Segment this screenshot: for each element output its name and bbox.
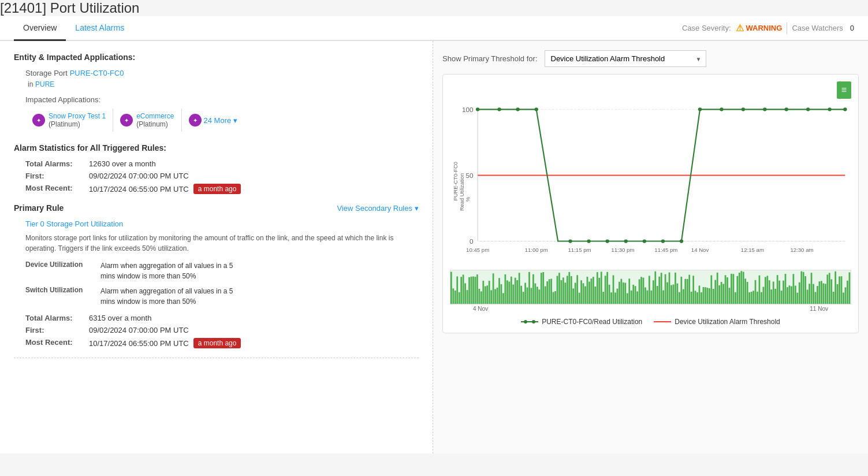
svg-rect-79 <box>528 272 530 304</box>
tab-latest-alarms[interactable]: Latest Alarms <box>66 16 133 41</box>
app-chip-1[interactable]: ✦ eCommerce (Platinum) <box>113 109 181 132</box>
svg-rect-184 <box>739 273 740 304</box>
svg-rect-173 <box>717 273 718 304</box>
right-panel: Show Primary Threshold for: Device Utili… <box>433 41 868 453</box>
rule-detail-0: Device Utilization Alarm when aggregatio… <box>25 261 419 281</box>
svg-text:10:45 pm: 10:45 pm <box>466 247 489 253</box>
threshold-select[interactable]: Device Utilization Alarm Threshold Switc… <box>545 50 706 67</box>
svg-rect-187 <box>744 278 746 304</box>
secondary-chevron: ▾ <box>415 204 419 213</box>
svg-rect-74 <box>519 273 520 304</box>
svg-rect-183 <box>736 276 738 304</box>
svg-rect-53 <box>476 274 478 304</box>
rule-stat-label-2: Most Recent: <box>25 338 89 348</box>
svg-rect-182 <box>735 292 736 304</box>
svg-rect-104 <box>579 293 580 304</box>
svg-rect-222 <box>815 292 817 304</box>
svg-rect-55 <box>480 291 482 304</box>
svg-rect-149 <box>669 273 670 304</box>
svg-rect-225 <box>821 281 822 304</box>
svg-rect-172 <box>714 280 716 304</box>
svg-rect-168 <box>707 288 709 304</box>
svg-rect-150 <box>670 285 672 304</box>
warning-label: WARNING <box>746 24 783 32</box>
svg-rect-238 <box>847 281 848 304</box>
svg-rect-40 <box>450 272 452 304</box>
svg-point-12 <box>534 107 538 111</box>
svg-rect-67 <box>505 274 506 304</box>
svg-rect-194 <box>759 276 761 304</box>
rule-stat-row-0: Total Alarms: 6315 over a month <box>25 314 419 322</box>
svg-rect-60 <box>490 290 492 304</box>
rule-stat-label-0: Total Alarms: <box>25 314 89 322</box>
svg-rect-140 <box>651 291 653 304</box>
svg-rect-158 <box>687 279 688 304</box>
svg-rect-146 <box>662 291 664 304</box>
more-label: 24 More <box>204 116 232 125</box>
storage-port-link[interactable]: PURE-CT0-FC0 <box>70 69 124 77</box>
svg-point-21 <box>843 107 847 111</box>
svg-rect-196 <box>763 287 765 304</box>
svg-rect-221 <box>813 284 814 304</box>
svg-rect-45 <box>460 277 462 304</box>
svg-rect-229 <box>829 273 830 304</box>
time-badge-2: a month ago <box>193 184 241 194</box>
svg-point-10 <box>497 107 501 111</box>
rule-stat-value-1: 09/02/2024 07:00:00 PM UTC <box>89 326 189 334</box>
svg-rect-218 <box>807 290 809 304</box>
tabs-right: Case Severity: ⚠ WARNING Case Watchers 0 <box>682 23 854 34</box>
svg-rect-90 <box>550 279 552 304</box>
svg-rect-123 <box>617 289 619 304</box>
svg-rect-96 <box>562 277 564 304</box>
pure-link[interactable]: PURE <box>35 80 54 88</box>
svg-rect-137 <box>645 288 646 304</box>
more-icon: ✦ <box>189 114 202 127</box>
stat-row-0: Total Alarms: 12630 over a month <box>25 159 419 168</box>
svg-rect-114 <box>598 278 600 304</box>
storage-port-label: Storage Port PURE-CT0-FC0 <box>25 69 419 77</box>
app-tier-0: (Platinum) <box>49 120 106 128</box>
svg-rect-105 <box>580 280 582 304</box>
stat-value-2: 10/17/2024 06:55:00 PM UTC a month ago <box>89 184 241 194</box>
svg-rect-169 <box>709 288 710 304</box>
page-header: [21401] Port Utilization <box>0 0 868 16</box>
rule-detail-label-1: Switch Utilization <box>25 286 100 307</box>
rule-time-badge: a month ago <box>193 338 241 348</box>
svg-text:PURE-CT0-FC0: PURE-CT0-FC0 <box>452 162 459 200</box>
svg-rect-128 <box>627 293 628 304</box>
app-chip-0[interactable]: ✦ Snow Proxy Test 1 (Platinum) <box>25 109 113 132</box>
chart-menu-button[interactable]: ≡ <box>837 81 851 99</box>
svg-rect-235 <box>841 276 843 304</box>
more-chip[interactable]: ✦ 24 More ▾ <box>182 110 245 130</box>
chart-legend: PURE-CT0-FC0/Read Utilization Device Uti… <box>450 318 851 326</box>
svg-rect-109 <box>588 282 590 304</box>
svg-point-23 <box>587 239 590 243</box>
svg-rect-94 <box>558 273 560 304</box>
svg-text:11:30 pm: 11:30 pm <box>611 247 634 253</box>
svg-rect-83 <box>537 287 538 304</box>
view-secondary-link[interactable]: View Secondary Rules ▾ <box>337 204 419 213</box>
svg-rect-93 <box>557 276 558 304</box>
svg-rect-141 <box>653 280 654 304</box>
svg-rect-232 <box>835 272 836 304</box>
legend-label-1: Device Utilization Alarm Threshold <box>675 318 780 326</box>
case-watchers-count: 0 <box>850 24 854 32</box>
svg-rect-144 <box>658 277 660 304</box>
mini-chart <box>450 270 851 304</box>
svg-point-14 <box>698 107 702 111</box>
svg-rect-122 <box>614 292 616 304</box>
tab-overview[interactable]: Overview <box>14 16 66 41</box>
svg-rect-68 <box>506 280 508 304</box>
svg-point-19 <box>806 107 810 111</box>
svg-rect-191 <box>752 291 754 304</box>
rule-name[interactable]: Tier 0 Storage Port Utilization <box>25 220 419 228</box>
in-label: in <box>28 80 33 88</box>
legend-line-svg-0 <box>521 318 538 325</box>
chart-area: ≡ 100 50 0 <box>442 74 859 333</box>
tabs-bar: Overview Latest Alarms Case Severity: ⚠ … <box>0 16 868 41</box>
svg-rect-92 <box>554 291 556 304</box>
svg-rect-124 <box>619 282 620 304</box>
svg-text:12:15 am: 12:15 am <box>741 247 764 253</box>
svg-rect-78 <box>527 288 528 304</box>
svg-rect-75 <box>520 286 522 304</box>
